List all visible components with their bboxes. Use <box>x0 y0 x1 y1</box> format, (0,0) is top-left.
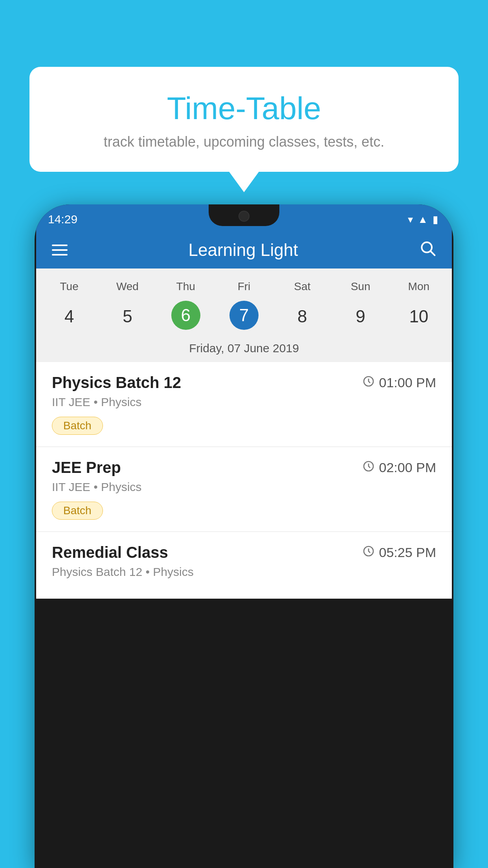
search-button[interactable] <box>419 239 436 261</box>
signal-icon: ▲ <box>418 213 428 226</box>
calendar-strip: Tue Wed Thu Fri Sat Sun Mon 4 5 6 7 8 9 … <box>36 268 452 362</box>
schedule-item-2[interactable]: JEE Prep 02:00 PM IIT JEE • Physics <box>36 447 452 532</box>
schedule-item-3-title: Remedial Class <box>52 544 168 561</box>
schedule-item-2-title: JEE Prep <box>52 459 121 476</box>
bubble-title: Time-Table <box>49 90 439 127</box>
schedule-item-2-subtitle: IIT JEE • Physics <box>52 480 436 494</box>
bubble-subtitle: track timetable, upcoming classes, tests… <box>49 134 439 150</box>
day-6-today[interactable]: 6 <box>171 301 200 330</box>
phone-frame: 14:29 ▾ ▲ ▮ Learning Light <box>35 204 453 868</box>
schedule-item-1-header: Physics Batch 12 01:00 PM <box>52 374 436 392</box>
svg-line-1 <box>431 251 435 255</box>
app-title: Learning Light <box>189 240 298 260</box>
schedule-item-3-time: 05:25 PM <box>362 545 436 561</box>
status-time: 14:29 <box>48 213 77 226</box>
day-5[interactable]: 5 <box>98 301 156 332</box>
schedule-item-3-header: Remedial Class 05:25 PM <box>52 544 436 561</box>
phone-camera <box>238 211 250 222</box>
wifi-icon: ▾ <box>408 213 413 226</box>
schedule-list: Physics Batch 12 01:00 PM IIT JEE • P <box>36 362 452 599</box>
schedule-item-2-header: JEE Prep 02:00 PM <box>52 459 436 476</box>
phone-screen: 14:29 ▾ ▲ ▮ Learning Light <box>36 204 452 868</box>
day-headers: Tue Wed Thu Fri Sat Sun Mon <box>36 276 452 297</box>
day-header-sun: Sun <box>331 276 389 297</box>
schedule-item-1-title: Physics Batch 12 <box>52 374 181 392</box>
clock-icon-3 <box>362 545 375 561</box>
schedule-item-1-time: 01:00 PM <box>362 375 436 391</box>
day-header-thu: Thu <box>157 276 215 297</box>
selected-date-label: Friday, 07 June 2019 <box>36 336 452 362</box>
phone-container: 14:29 ▾ ▲ ▮ Learning Light <box>35 204 453 868</box>
schedule-item-2-time-text: 02:00 PM <box>379 460 436 475</box>
day-header-sat: Sat <box>273 276 331 297</box>
schedule-item-3-subtitle: Physics Batch 12 • Physics <box>52 565 436 579</box>
day-8[interactable]: 8 <box>273 301 331 332</box>
schedule-item-1-badge: Batch <box>52 417 103 435</box>
day-numbers: 4 5 6 7 8 9 10 <box>36 297 452 336</box>
schedule-item-3-time-text: 05:25 PM <box>379 545 436 560</box>
speech-bubble: Time-Table track timetable, upcoming cla… <box>29 67 459 172</box>
day-4[interactable]: 4 <box>40 301 98 332</box>
phone-notch <box>209 204 279 226</box>
status-icons: ▾ ▲ ▮ <box>408 213 438 226</box>
schedule-item-1-time-text: 01:00 PM <box>379 375 436 390</box>
day-10[interactable]: 10 <box>390 301 448 332</box>
day-header-mon: Mon <box>390 276 448 297</box>
schedule-item-2-badge: Batch <box>52 502 103 520</box>
schedule-item-1[interactable]: Physics Batch 12 01:00 PM IIT JEE • P <box>36 362 452 447</box>
day-7-selected[interactable]: 7 <box>229 301 259 330</box>
schedule-item-3[interactable]: Remedial Class 05:25 PM Physics Batch <box>36 532 452 599</box>
day-header-fri: Fri <box>215 276 273 297</box>
clock-icon-1 <box>362 375 375 391</box>
day-header-tue: Tue <box>40 276 98 297</box>
hamburger-menu[interactable] <box>52 245 68 256</box>
schedule-item-1-subtitle: IIT JEE • Physics <box>52 395 436 409</box>
clock-icon-2 <box>362 460 375 476</box>
day-9[interactable]: 9 <box>331 301 389 332</box>
schedule-item-2-time: 02:00 PM <box>362 460 436 476</box>
app-bar: Learning Light <box>36 231 452 268</box>
day-header-wed: Wed <box>98 276 156 297</box>
battery-icon: ▮ <box>433 213 438 226</box>
